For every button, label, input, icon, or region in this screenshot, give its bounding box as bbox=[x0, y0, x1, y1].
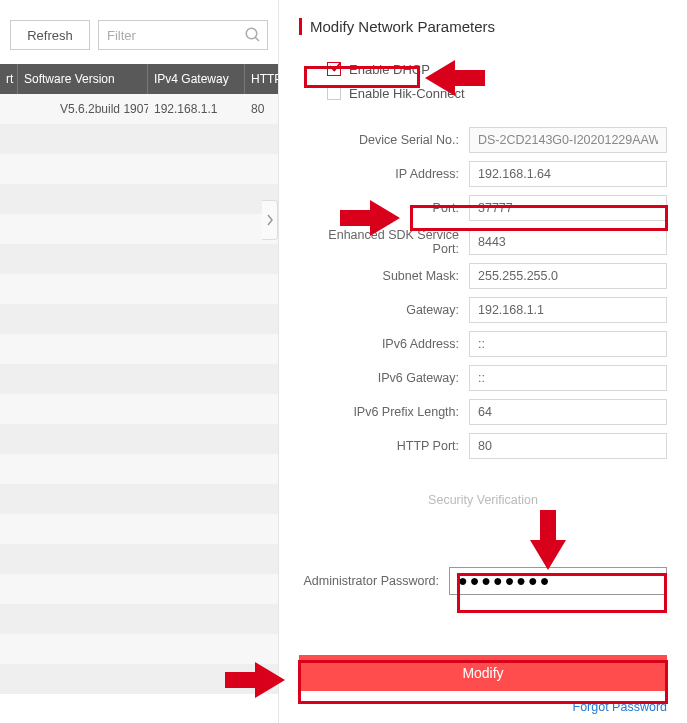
collapse-handle[interactable] bbox=[262, 200, 278, 240]
col-port: rt bbox=[0, 64, 18, 94]
gateway-label: Gateway: bbox=[299, 303, 469, 317]
ipv6-prefix-input[interactable] bbox=[469, 399, 667, 425]
panel-title: Modify Network Parameters bbox=[299, 18, 667, 35]
admin-password-label: Administrator Password: bbox=[299, 574, 449, 588]
checkbox-icon bbox=[327, 86, 341, 100]
http-port-input[interactable] bbox=[469, 433, 667, 459]
enable-hik-connect-checkbox[interactable]: Enable Hik-Connect bbox=[327, 81, 667, 105]
filter-input[interactable] bbox=[98, 20, 268, 50]
enable-dhcp-checkbox[interactable]: Enable DHCP bbox=[327, 57, 667, 81]
table-header: rt Software Version IPv4 Gateway HTTP bbox=[0, 64, 278, 94]
ipv6-gateway-label: IPv6 Gateway: bbox=[299, 371, 469, 385]
checkbox-group: Enable DHCP Enable Hik-Connect bbox=[327, 57, 667, 105]
http-port-label: HTTP Port: bbox=[299, 439, 469, 453]
ip-input[interactable] bbox=[469, 161, 667, 187]
filter-wrap bbox=[98, 20, 268, 50]
enable-dhcp-label: Enable DHCP bbox=[349, 62, 430, 77]
ipv6-gateway-input[interactable] bbox=[469, 365, 667, 391]
svg-point-0 bbox=[246, 28, 257, 39]
subnet-input[interactable] bbox=[469, 263, 667, 289]
sdk-port-input[interactable] bbox=[469, 229, 667, 255]
ipv6-address-label: IPv6 Address: bbox=[299, 337, 469, 351]
ipv6-address-input[interactable] bbox=[469, 331, 667, 357]
col-ipv4-gateway: IPv4 Gateway bbox=[148, 64, 245, 94]
subnet-label: Subnet Mask: bbox=[299, 269, 469, 283]
cell-software: V5.6.2build 1907... bbox=[18, 102, 148, 116]
security-verification-heading: Security Verification bbox=[299, 493, 667, 507]
enable-hik-label: Enable Hik-Connect bbox=[349, 86, 465, 101]
port-label: Port: bbox=[299, 201, 469, 215]
device-list-panel: Refresh rt Software Version IPv4 Gateway… bbox=[0, 0, 278, 723]
cell-http: 80 bbox=[245, 102, 278, 116]
col-software-version: Software Version bbox=[18, 64, 148, 94]
modify-button[interactable]: Modify bbox=[299, 655, 667, 691]
cell-gateway: 192.168.1.1 bbox=[148, 102, 245, 116]
table-body: V5.6.2build 1907... 192.168.1.1 80 bbox=[0, 94, 278, 694]
forgot-password-link[interactable]: Forgot Password bbox=[573, 700, 667, 714]
modify-network-panel: Modify Network Parameters Enable DHCP En… bbox=[278, 0, 687, 723]
col-http: HTTP bbox=[245, 64, 278, 94]
refresh-button[interactable]: Refresh bbox=[10, 20, 90, 50]
admin-password-input[interactable] bbox=[449, 567, 667, 595]
chevron-right-icon bbox=[266, 214, 274, 226]
toolbar: Refresh bbox=[0, 0, 278, 64]
ipv6-prefix-label: IPv6 Prefix Length: bbox=[299, 405, 469, 419]
network-form: Device Serial No.: IP Address: Port: Enh… bbox=[299, 123, 667, 463]
search-icon bbox=[244, 26, 262, 44]
serial-input bbox=[469, 127, 667, 153]
port-input[interactable] bbox=[469, 195, 667, 221]
svg-line-1 bbox=[255, 37, 259, 41]
sdk-port-label: Enhanced SDK Service Port: bbox=[299, 228, 469, 256]
ip-label: IP Address: bbox=[299, 167, 469, 181]
table-row[interactable]: V5.6.2build 1907... 192.168.1.1 80 bbox=[0, 94, 278, 124]
serial-label: Device Serial No.: bbox=[299, 133, 469, 147]
checkbox-icon bbox=[327, 62, 341, 76]
gateway-input[interactable] bbox=[469, 297, 667, 323]
